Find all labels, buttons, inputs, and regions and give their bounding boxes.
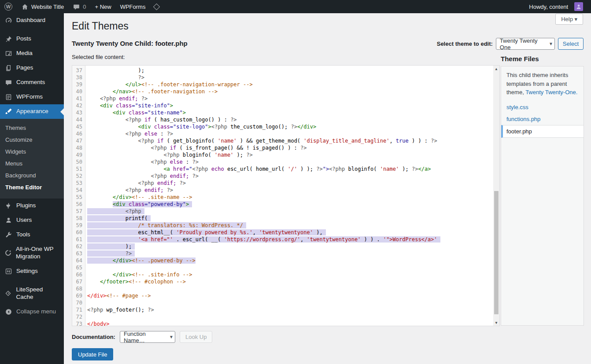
sidebar-item-label: Dashboard <box>16 17 45 24</box>
line-number: 46 <box>72 130 85 137</box>
code-line-52: <?php endif; ?> <box>87 173 493 180</box>
theme-file-footer.php[interactable]: footer.php <box>501 125 584 138</box>
line-number: 59 <box>72 222 85 229</box>
wordpress-logo-menu[interactable]: W <box>0 0 17 13</box>
sidebar-item-posts[interactable]: Posts <box>0 32 64 46</box>
sidebar-item-tools[interactable]: Tools <box>0 228 64 242</box>
code-line-51: <a href="<?php echo esc_url( home_url( '… <box>87 165 493 173</box>
litespeed-admin-item[interactable] <box>150 0 163 13</box>
line-number: 62 <box>72 243 85 250</box>
line-number: 48 <box>72 144 85 151</box>
editor-scrollbar: ▲ ▼ <box>493 66 499 326</box>
documentation-dropdown[interactable]: Function Name… ▼ <box>120 331 175 343</box>
theme-select-dropdown[interactable]: Twenty Twenty One ▼ <box>496 38 555 50</box>
line-number: 57 <box>72 208 85 215</box>
line-number: 65 <box>72 264 85 271</box>
sidebar-item-litespeed[interactable]: LiteSpeed Cache <box>0 283 64 305</box>
site-title-link[interactable]: Website Title <box>17 0 68 13</box>
my-account-menu[interactable]: Howdy, content <box>525 0 587 13</box>
sidebar-item-plugins[interactable]: Plugins <box>0 199 64 213</box>
theme-file-functions.php[interactable]: functions.php <box>501 113 584 125</box>
sidebar-item-comments[interactable]: Comments <box>0 75 64 90</box>
submenu-item-theme-editor[interactable]: Theme Editor <box>0 181 64 193</box>
line-number: 40 <box>72 88 85 95</box>
code-line-39: </ul><!-- .footer-navigation-wrapper --> <box>87 81 493 88</box>
sidebar-item-migration[interactable]: All-in-One WP Migration <box>0 242 64 264</box>
sidebar-item-wpforms[interactable]: WPForms <box>0 90 64 104</box>
select-theme-button[interactable]: Select <box>558 38 584 50</box>
code-line-37: ); <box>87 67 493 74</box>
sidebar-item-label: Media <box>16 50 33 57</box>
line-number: 58 <box>72 215 85 222</box>
parent-theme-link[interactable]: Twenty Twenty-One. <box>525 89 577 96</box>
code-line-60: esc_html__( 'Proudly powered by %s.', 't… <box>87 229 493 236</box>
code-area[interactable]: ); ?> </ul><!-- .footer-navigation-wrapp… <box>87 67 493 326</box>
wpforms-icon <box>4 93 12 101</box>
documentation-row: Documentation: Function Name… ▼ Look Up <box>72 331 212 343</box>
sidebar-item-label: Comments <box>16 79 45 86</box>
admin-sidebar: DashboardPostsMediaPagesCommentsWPFormsA… <box>0 13 64 364</box>
code-line-71: <?php wp_footer(); ?> <box>87 306 493 313</box>
code-line-63: ?> <box>87 250 493 257</box>
litespeed-icon <box>4 290 12 297</box>
code-line-41: <?php endif; ?> <box>87 95 493 102</box>
submenu-item-menus[interactable]: Menus <box>0 158 64 169</box>
page-title: Edit Themes <box>72 20 129 32</box>
comments-count: 0 <box>83 4 86 10</box>
code-line-38: ?> <box>87 74 493 81</box>
code-editor[interactable]: 3738394041424344454647484950515253545556… <box>72 65 500 326</box>
line-number: 56 <box>72 201 85 208</box>
code-line-55: </div><!-- .site-name --> <box>87 194 493 201</box>
code-line-64: </div><!-- .powered-by --> <box>87 257 493 264</box>
sidebar-item-label: Pages <box>16 64 33 72</box>
update-file-button[interactable]: Update File <box>72 348 113 360</box>
sidebar-item-dashboard[interactable]: Dashboard <box>0 13 64 28</box>
theme-file-style.css[interactable]: style.css <box>501 101 584 113</box>
submenu-item-customize[interactable]: Customize <box>0 134 64 146</box>
submenu-item-background[interactable]: Background <box>0 169 64 181</box>
sidebar-item-collapse[interactable]: Collapse menu <box>0 305 64 319</box>
plugins-icon <box>4 202 12 210</box>
code-line-42: <div class="site-info"> <box>87 102 493 109</box>
line-number: 49 <box>72 151 85 158</box>
line-number: 53 <box>72 180 85 187</box>
lookup-button[interactable]: Look Up <box>180 331 212 343</box>
wordpress-logo-icon: W <box>4 3 12 11</box>
sidebar-item-users[interactable]: Users <box>0 213 64 228</box>
scrollbar-up-arrow[interactable]: ▲ <box>493 66 499 72</box>
file-title: Twenty Twenty One Child: footer.php <box>72 40 188 47</box>
code-line-73: </body> <box>87 320 493 326</box>
line-number: 67 <box>72 278 85 285</box>
sidebar-item-pages[interactable]: Pages <box>0 61 64 75</box>
code-line-58: printf( <box>87 215 493 222</box>
scrollbar-down-arrow[interactable]: ▼ <box>493 320 499 326</box>
code-line-62: ); <box>87 243 493 250</box>
sidebar-item-media[interactable]: Media <box>0 46 64 61</box>
comments-admin-item[interactable]: 0 <box>68 0 90 13</box>
submenu-item-widgets[interactable]: Widgets <box>0 146 64 158</box>
comments-icon <box>4 79 12 86</box>
main-content: Help ▾ Edit Themes Twenty Twenty One Chi… <box>64 13 591 364</box>
sidebar-item-appearance[interactable]: Appearance <box>0 104 64 119</box>
line-number: 39 <box>72 81 85 88</box>
code-line-59: /* translators: %s: WordPress. */ <box>87 222 493 229</box>
code-line-48: <?php if ( is_front_page() && ! is_paged… <box>87 144 493 151</box>
line-number: 71 <box>72 306 85 313</box>
code-line-47: <?php if ( get_bloginfo( 'name' ) && get… <box>87 137 493 144</box>
scrollbar-thumb[interactable] <box>494 191 499 314</box>
media-icon <box>4 50 12 57</box>
submenu-item-themes[interactable]: Themes <box>0 122 64 134</box>
new-content-menu[interactable]: + New <box>90 0 115 13</box>
line-number: 54 <box>72 187 85 194</box>
wpforms-admin-item[interactable]: WPForms <box>116 0 150 13</box>
code-line-68 <box>87 285 493 292</box>
help-button[interactable]: Help ▾ <box>555 14 583 25</box>
code-line-72 <box>87 313 493 320</box>
line-number: 44 <box>72 116 85 123</box>
theme-files-intro: This child theme inherits templates from… <box>501 66 584 101</box>
sidebar-item-settings[interactable]: Settings <box>0 264 64 279</box>
sidebar-item-label: Collapse menu <box>16 308 56 316</box>
site-title-label: Website Title <box>31 4 64 10</box>
sidebar-item-label: Plugins <box>16 202 36 210</box>
line-number: 61 <box>72 236 85 243</box>
